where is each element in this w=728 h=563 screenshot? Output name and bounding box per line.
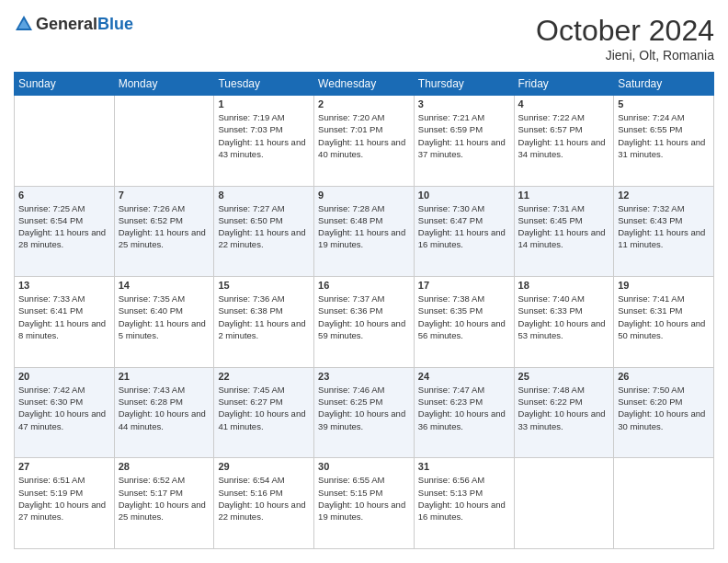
day-number: 30 (318, 461, 410, 472)
day-number: 21 (119, 371, 210, 382)
calendar-cell: 11Sunrise: 7:31 AM Sunset: 6:45 PM Dayli… (514, 186, 614, 277)
day-number: 24 (418, 371, 510, 382)
day-info: Sunrise: 7:41 AM Sunset: 6:31 PM Dayligh… (618, 293, 710, 341)
calendar-cell: 31Sunrise: 6:56 AM Sunset: 5:13 PM Dayli… (414, 458, 514, 549)
weekday-header-friday: Friday (514, 73, 614, 96)
day-info: Sunrise: 7:31 AM Sunset: 6:45 PM Dayligh… (518, 202, 610, 251)
page: GeneralBlue October 2024 Jieni, Olt, Rom… (0, 0, 728, 563)
calendar-cell: 12Sunrise: 7:32 AM Sunset: 6:43 PM Dayli… (614, 186, 714, 277)
week-row-3: 13Sunrise: 7:33 AM Sunset: 6:41 PM Dayli… (15, 277, 714, 368)
day-info: Sunrise: 7:25 AM Sunset: 6:54 PM Dayligh… (18, 202, 110, 251)
day-info: Sunrise: 7:43 AM Sunset: 6:28 PM Dayligh… (119, 384, 210, 432)
day-info: Sunrise: 7:35 AM Sunset: 6:40 PM Dayligh… (119, 293, 210, 341)
day-info: Sunrise: 7:32 AM Sunset: 6:43 PM Dayligh… (618, 202, 710, 251)
calendar-cell: 26Sunrise: 7:50 AM Sunset: 6:20 PM Dayli… (614, 367, 714, 458)
weekday-header-tuesday: Tuesday (214, 73, 314, 96)
day-info: Sunrise: 7:37 AM Sunset: 6:36 PM Dayligh… (318, 293, 410, 341)
day-number: 29 (218, 461, 310, 472)
day-info: Sunrise: 7:20 AM Sunset: 7:01 PM Dayligh… (318, 111, 410, 160)
calendar-cell (614, 458, 714, 549)
day-number: 7 (119, 190, 210, 201)
calendar-cell: 17Sunrise: 7:38 AM Sunset: 6:35 PM Dayli… (414, 277, 514, 368)
day-info: Sunrise: 7:30 AM Sunset: 6:47 PM Dayligh… (418, 202, 510, 251)
calendar-cell: 4Sunrise: 7:22 AM Sunset: 6:57 PM Daylig… (514, 96, 614, 187)
calendar-table: SundayMondayTuesdayWednesdayThursdayFrid… (14, 72, 714, 549)
day-info: Sunrise: 7:45 AM Sunset: 6:27 PM Dayligh… (218, 384, 310, 432)
day-number: 25 (518, 371, 610, 382)
day-number: 11 (518, 190, 610, 201)
calendar-cell: 16Sunrise: 7:37 AM Sunset: 6:36 PM Dayli… (314, 277, 415, 368)
day-number: 8 (218, 190, 310, 201)
day-number: 5 (618, 98, 710, 109)
day-info: Sunrise: 7:21 AM Sunset: 6:59 PM Dayligh… (418, 111, 510, 160)
logo-general: General (36, 15, 97, 33)
day-number: 10 (418, 190, 510, 201)
month-title: October 2024 (536, 14, 714, 48)
day-info: Sunrise: 7:38 AM Sunset: 6:35 PM Dayligh… (418, 293, 510, 341)
day-info: Sunrise: 7:40 AM Sunset: 6:33 PM Dayligh… (518, 293, 610, 341)
day-number: 15 (218, 280, 310, 291)
calendar-cell: 7Sunrise: 7:26 AM Sunset: 6:52 PM Daylig… (114, 186, 214, 277)
logo-icon (14, 14, 34, 34)
day-number: 6 (18, 190, 110, 201)
logo: GeneralBlue (14, 14, 133, 34)
day-number: 28 (119, 461, 210, 472)
day-number: 26 (618, 371, 710, 382)
day-info: Sunrise: 7:42 AM Sunset: 6:30 PM Dayligh… (18, 384, 110, 432)
calendar-cell: 28Sunrise: 6:52 AM Sunset: 5:17 PM Dayli… (114, 458, 214, 549)
week-row-2: 6Sunrise: 7:25 AM Sunset: 6:54 PM Daylig… (15, 186, 714, 277)
day-info: Sunrise: 7:27 AM Sunset: 6:50 PM Dayligh… (218, 202, 310, 251)
day-info: Sunrise: 6:56 AM Sunset: 5:13 PM Dayligh… (418, 474, 510, 523)
calendar-cell: 25Sunrise: 7:48 AM Sunset: 6:22 PM Dayli… (514, 367, 614, 458)
calendar-cell: 23Sunrise: 7:46 AM Sunset: 6:25 PM Dayli… (314, 367, 415, 458)
calendar-cell: 19Sunrise: 7:41 AM Sunset: 6:31 PM Dayli… (614, 277, 714, 368)
calendar-cell: 18Sunrise: 7:40 AM Sunset: 6:33 PM Dayli… (514, 277, 614, 368)
calendar-cell: 20Sunrise: 7:42 AM Sunset: 6:30 PM Dayli… (15, 367, 115, 458)
day-info: Sunrise: 7:46 AM Sunset: 6:25 PM Dayligh… (318, 384, 410, 432)
calendar-cell: 1Sunrise: 7:19 AM Sunset: 7:03 PM Daylig… (214, 96, 314, 187)
day-info: Sunrise: 6:55 AM Sunset: 5:15 PM Dayligh… (318, 474, 410, 523)
day-number: 16 (318, 280, 410, 291)
weekday-header-thursday: Thursday (414, 73, 514, 96)
day-info: Sunrise: 6:51 AM Sunset: 5:19 PM Dayligh… (18, 474, 110, 523)
calendar-cell: 6Sunrise: 7:25 AM Sunset: 6:54 PM Daylig… (15, 186, 115, 277)
calendar-cell: 5Sunrise: 7:24 AM Sunset: 6:55 PM Daylig… (614, 96, 714, 187)
header: GeneralBlue October 2024 Jieni, Olt, Rom… (14, 14, 714, 63)
calendar-cell (15, 96, 115, 187)
calendar-cell: 15Sunrise: 7:36 AM Sunset: 6:38 PM Dayli… (214, 277, 314, 368)
calendar-cell: 22Sunrise: 7:45 AM Sunset: 6:27 PM Dayli… (214, 367, 314, 458)
week-row-5: 27Sunrise: 6:51 AM Sunset: 5:19 PM Dayli… (15, 458, 714, 549)
day-number: 3 (418, 98, 510, 109)
calendar-cell: 27Sunrise: 6:51 AM Sunset: 5:19 PM Dayli… (15, 458, 115, 549)
day-info: Sunrise: 7:22 AM Sunset: 6:57 PM Dayligh… (518, 111, 610, 160)
week-row-4: 20Sunrise: 7:42 AM Sunset: 6:30 PM Dayli… (15, 367, 714, 458)
day-info: Sunrise: 7:24 AM Sunset: 6:55 PM Dayligh… (618, 111, 710, 160)
day-info: Sunrise: 7:50 AM Sunset: 6:20 PM Dayligh… (618, 384, 710, 432)
day-number: 27 (18, 461, 110, 472)
day-number: 17 (418, 280, 510, 291)
calendar-cell: 13Sunrise: 7:33 AM Sunset: 6:41 PM Dayli… (15, 277, 115, 368)
day-number: 31 (418, 461, 510, 472)
day-number: 22 (218, 371, 310, 382)
day-info: Sunrise: 7:28 AM Sunset: 6:48 PM Dayligh… (318, 202, 410, 251)
day-number: 18 (518, 280, 610, 291)
calendar-cell: 29Sunrise: 6:54 AM Sunset: 5:16 PM Dayli… (214, 458, 314, 549)
logo-blue: Blue (97, 15, 133, 33)
day-number: 4 (518, 98, 610, 109)
day-info: Sunrise: 7:36 AM Sunset: 6:38 PM Dayligh… (218, 293, 310, 341)
day-number: 2 (318, 98, 410, 109)
calendar-cell: 9Sunrise: 7:28 AM Sunset: 6:48 PM Daylig… (314, 186, 415, 277)
calendar-cell: 21Sunrise: 7:43 AM Sunset: 6:28 PM Dayli… (114, 367, 214, 458)
day-info: Sunrise: 7:48 AM Sunset: 6:22 PM Dayligh… (518, 384, 610, 432)
day-number: 14 (119, 280, 210, 291)
day-info: Sunrise: 6:54 AM Sunset: 5:16 PM Dayligh… (218, 474, 310, 523)
day-info: Sunrise: 7:26 AM Sunset: 6:52 PM Dayligh… (119, 202, 210, 251)
day-number: 19 (618, 280, 710, 291)
logo-text: GeneralBlue (36, 15, 133, 34)
day-number: 13 (18, 280, 110, 291)
calendar-cell: 30Sunrise: 6:55 AM Sunset: 5:15 PM Dayli… (314, 458, 415, 549)
calendar-cell: 3Sunrise: 7:21 AM Sunset: 6:59 PM Daylig… (414, 96, 514, 187)
weekday-header-sunday: Sunday (15, 73, 115, 96)
weekday-header-wednesday: Wednesday (314, 73, 415, 96)
day-number: 23 (318, 371, 410, 382)
